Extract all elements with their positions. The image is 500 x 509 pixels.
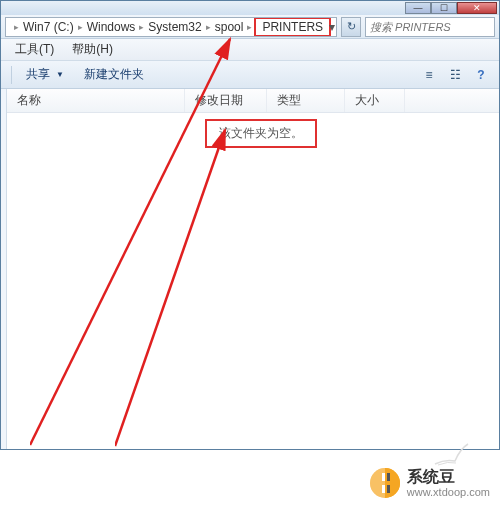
content-area: 名称 修改日期 类型 大小 该文件夹为空。 <box>1 89 499 449</box>
breadcrumb-sep: ▸ <box>14 22 19 32</box>
minimize-button[interactable]: — <box>405 2 431 14</box>
column-headers: 名称 修改日期 类型 大小 <box>7 89 499 113</box>
toolbar-right: ≡ ☷ ? <box>417 65 493 85</box>
svg-rect-4 <box>382 485 385 493</box>
empty-folder-message: 该文件夹为空。 <box>205 119 317 148</box>
breadcrumb-item-drive[interactable]: Win7 (C:) <box>23 20 74 34</box>
column-size[interactable]: 大小 <box>345 89 405 112</box>
svg-rect-5 <box>387 473 390 481</box>
refresh-button[interactable]: ↻ <box>341 17 361 37</box>
window-titlebar[interactable]: — ☐ ✕ <box>1 1 499 15</box>
search-box[interactable] <box>365 17 495 37</box>
breadcrumb-sep: ▸ <box>139 22 144 32</box>
maximize-button[interactable]: ☐ <box>431 2 457 14</box>
chevron-down-icon: ▼ <box>56 70 64 79</box>
breadcrumb-sep: ▸ <box>78 22 83 32</box>
file-list[interactable]: 名称 修改日期 类型 大小 该文件夹为空。 <box>7 89 499 449</box>
search-input[interactable] <box>370 21 490 33</box>
breadcrumb-item-printers[interactable]: PRINTERS <box>254 17 331 37</box>
watermark-logo-icon <box>369 467 401 499</box>
breadcrumb-item-windows[interactable]: Windows <box>87 20 136 34</box>
breadcrumb-dropdown[interactable]: ▾ <box>329 20 335 34</box>
breadcrumb-item-spool[interactable]: spool <box>215 20 244 34</box>
watermark: 系统豆 www.xtdoop.com <box>369 467 490 499</box>
toolbar: 共享 ▼ 新建文件夹 ≡ ☷ ? <box>1 61 499 89</box>
preview-pane-button[interactable]: ☷ <box>443 65 467 85</box>
close-button[interactable]: ✕ <box>457 2 497 14</box>
breadcrumb[interactable]: ▸ Win7 (C:) ▸ Windows ▸ System32 ▸ spool… <box>5 17 337 37</box>
page-curl-decoration <box>430 439 470 469</box>
view-mode-button[interactable]: ≡ <box>417 65 441 85</box>
explorer-window: — ☐ ✕ ▸ Win7 (C:) ▸ Windows ▸ System32 ▸… <box>0 0 500 450</box>
breadcrumb-sep: ▸ <box>247 22 252 32</box>
toolbar-separator <box>11 66 12 84</box>
column-name[interactable]: 名称 <box>7 89 185 112</box>
svg-rect-6 <box>387 485 390 493</box>
column-date[interactable]: 修改日期 <box>185 89 267 112</box>
breadcrumb-item-system32[interactable]: System32 <box>148 20 201 34</box>
column-type[interactable]: 类型 <box>267 89 345 112</box>
menu-tools[interactable]: 工具(T) <box>7 39 62 60</box>
svg-rect-3 <box>382 473 385 481</box>
watermark-title: 系统豆 <box>407 467 490 486</box>
new-folder-button[interactable]: 新建文件夹 <box>74 63 154 86</box>
window-controls: — ☐ ✕ <box>405 2 497 14</box>
help-button[interactable]: ? <box>469 65 493 85</box>
address-bar: ▸ Win7 (C:) ▸ Windows ▸ System32 ▸ spool… <box>1 15 499 39</box>
menu-bar: 工具(T) 帮助(H) <box>1 39 499 61</box>
watermark-text: 系统豆 www.xtdoop.com <box>407 467 490 499</box>
share-label: 共享 <box>26 66 50 83</box>
breadcrumb-sep: ▸ <box>206 22 211 32</box>
menu-help[interactable]: 帮助(H) <box>64 39 121 60</box>
share-button[interactable]: 共享 ▼ <box>16 63 74 86</box>
watermark-url: www.xtdoop.com <box>407 486 490 499</box>
